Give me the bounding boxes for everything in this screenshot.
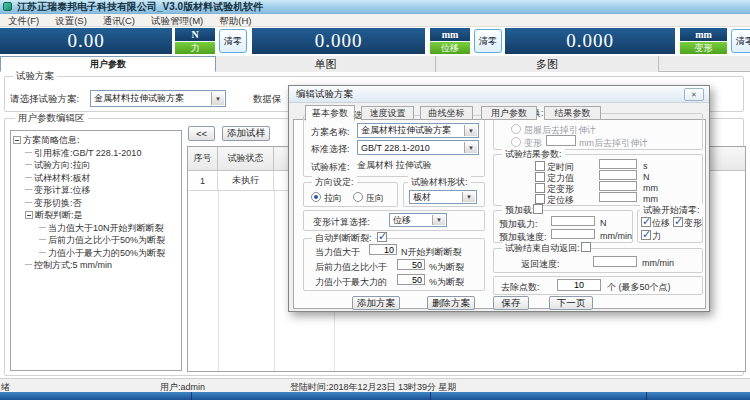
menu-comm[interactable]: 通讯(C)	[95, 14, 143, 27]
preload-force-input[interactable]	[551, 216, 595, 226]
deform-clear-button[interactable]: 清零	[731, 29, 750, 53]
dialog-tab-basic[interactable]: 基本参数	[305, 105, 355, 121]
tree-item[interactable]: 当力值大于10N开始判断断裂	[13, 222, 179, 235]
zero-force-checkbox[interactable]	[641, 230, 651, 240]
table-row-cell-no[interactable]: 1	[188, 171, 218, 191]
menu-file[interactable]: 文件(F)	[0, 14, 47, 27]
table-row-cell-status[interactable]: 未执行	[218, 171, 274, 191]
dialog-tab-curve[interactable]: 曲线坐标	[420, 106, 473, 120]
tree-item-break[interactable]: 断裂判断:是	[13, 209, 179, 222]
scheme-select[interactable]: 金属材料拉伸试验方案	[90, 90, 226, 107]
collapse-panel-button[interactable]: <<	[188, 126, 215, 141]
auto-return-checkbox[interactable]	[581, 242, 591, 252]
plan-summary-tree[interactable]: 方案简略信息: 引用标准:GB/T 228.1-2010 试验方向:拉向 试样材…	[10, 130, 182, 371]
collapse-node-icon[interactable]	[25, 211, 33, 219]
direction-group-title: 方向设定:	[312, 176, 357, 189]
preload-speed-unit: mm/min	[600, 231, 632, 241]
deform-calc-select[interactable]: 位移	[389, 213, 447, 227]
return-speed-input[interactable]	[593, 256, 637, 267]
fixed-force-unit: N	[643, 172, 650, 182]
fixed-time-input[interactable]	[599, 159, 637, 169]
add-specimen-button[interactable]: 添加试样	[222, 126, 270, 141]
remove-points-input[interactable]	[557, 279, 601, 291]
deform-remove-input[interactable]	[546, 135, 576, 146]
tree-root[interactable]: 方案简略信息:	[13, 134, 179, 147]
deform-remove-radio[interactable]	[511, 137, 521, 147]
next-page-button[interactable]: 下一页	[549, 296, 593, 310]
fixed-time-unit: s	[643, 161, 648, 171]
add-plan-button[interactable]: 添加方案	[352, 296, 400, 310]
zero-force-label: 力	[652, 230, 661, 243]
fixed-disp-input[interactable]	[599, 192, 637, 202]
break-force-input[interactable]	[369, 244, 397, 255]
yield-remove-radio[interactable]	[511, 124, 521, 134]
fixed-disp-checkbox[interactable]	[535, 194, 545, 204]
break-row3-suffix: %为断裂	[429, 276, 464, 289]
fixed-deform-input[interactable]	[599, 181, 637, 191]
menu-settings[interactable]: 设置(S)	[47, 14, 95, 27]
force-unit: N	[175, 28, 215, 41]
fixed-force-checkbox[interactable]	[535, 172, 545, 182]
taskbar-segment-divider	[646, 392, 647, 400]
tree-item[interactable]: 试验方向:拉向	[13, 159, 179, 172]
plan-name-select[interactable]: 金属材料拉伸试验方案	[357, 123, 479, 138]
compression-radio[interactable]	[353, 192, 363, 202]
tab-single-graph[interactable]: 单图	[216, 56, 436, 72]
displacement-channel-label: 位移	[430, 42, 470, 54]
break-judge-checkbox[interactable]	[377, 232, 387, 242]
material-shape-select[interactable]: 板材	[409, 190, 477, 204]
zero-disp-checkbox[interactable]	[641, 217, 651, 227]
tension-radio[interactable]	[311, 192, 321, 202]
tree-item[interactable]: 力值小于最大力的50%为断裂	[13, 247, 179, 260]
test-standard-label: 试验标准:	[311, 161, 350, 174]
dialog-tab-result[interactable]: 结果参数	[544, 106, 601, 120]
preload-checkbox[interactable]	[533, 204, 543, 214]
menu-help[interactable]: 帮助(H)	[211, 14, 259, 27]
break-row1-suffix: N开始判断断裂	[401, 246, 462, 259]
preload-force-unit: N	[600, 218, 607, 228]
tree-item[interactable]: 后前力值之比小于50%为断裂	[13, 234, 179, 247]
tree-item[interactable]: 变形切换:否	[13, 197, 179, 210]
dropdown-arrow-icon[interactable]	[462, 192, 475, 202]
tab-multi-graph[interactable]: 多图	[436, 56, 659, 72]
editor-group-title: 用户参数编辑区	[15, 112, 88, 125]
break-ratio-input[interactable]	[397, 259, 425, 270]
dropdown-arrow-icon[interactable]	[211, 92, 224, 105]
displacement-clear-button[interactable]: 清零	[474, 29, 502, 53]
auto-return-group-title: 试验结束自动返回:	[502, 242, 583, 255]
deform-channel-label: 变形	[680, 42, 727, 54]
break-maxforce-input[interactable]	[397, 274, 425, 285]
dialog-tab-user[interactable]: 用户参数	[481, 106, 537, 120]
force-clear-button[interactable]: 清零	[219, 29, 247, 53]
fixed-force-input[interactable]	[599, 170, 637, 180]
scheme-group-title: 试验方案	[13, 70, 57, 83]
save-button[interactable]: 保存	[493, 296, 529, 310]
standard-select[interactable]: GB/T 228.1-2010	[357, 140, 479, 155]
fixed-disp-unit: mm	[643, 194, 658, 204]
tree-item[interactable]: 控制方式:5 mm/min	[13, 259, 179, 272]
collapse-node-icon[interactable]	[13, 136, 21, 144]
menu-test-manage[interactable]: 试验管理(M)	[143, 14, 211, 27]
return-speed-unit: mm/min	[642, 258, 674, 268]
dropdown-arrow-icon[interactable]	[432, 215, 445, 225]
dialog-tab-speed[interactable]: 速度设置	[361, 106, 414, 120]
tree-item[interactable]: 引用标准:GB/T 228.1-2010	[13, 147, 179, 160]
fixed-time-checkbox[interactable]	[535, 161, 545, 171]
dropdown-arrow-icon[interactable]	[464, 125, 477, 136]
status-bar: 绪 用户:admin 登陆时间:2018年12月23日 13时39分 星期	[0, 378, 750, 392]
deform-remove-suffix: mm后去掉引伸计	[579, 137, 648, 150]
preload-speed-input[interactable]	[551, 229, 595, 239]
tree-item[interactable]: 变形计算:位移	[13, 184, 179, 197]
delete-plan-button[interactable]: 删除方案	[427, 296, 475, 310]
dropdown-arrow-icon[interactable]	[464, 142, 477, 153]
tree-item[interactable]: 试样材料:板材	[13, 172, 179, 185]
zero-deform-checkbox[interactable]	[673, 217, 683, 227]
test-standard-value: 金属材料 拉伸试验	[357, 159, 432, 172]
remove-points-label: 去除点数:	[501, 281, 540, 294]
force-value-display: 0.00	[0, 28, 172, 54]
data-save-partial-label: 数据保	[253, 93, 282, 106]
dialog-title: 编辑试验方案	[296, 88, 353, 101]
dialog-title-bar[interactable]: 编辑试验方案	[289, 86, 709, 103]
fixed-deform-checkbox[interactable]	[535, 183, 545, 193]
close-icon[interactable]	[684, 88, 704, 101]
